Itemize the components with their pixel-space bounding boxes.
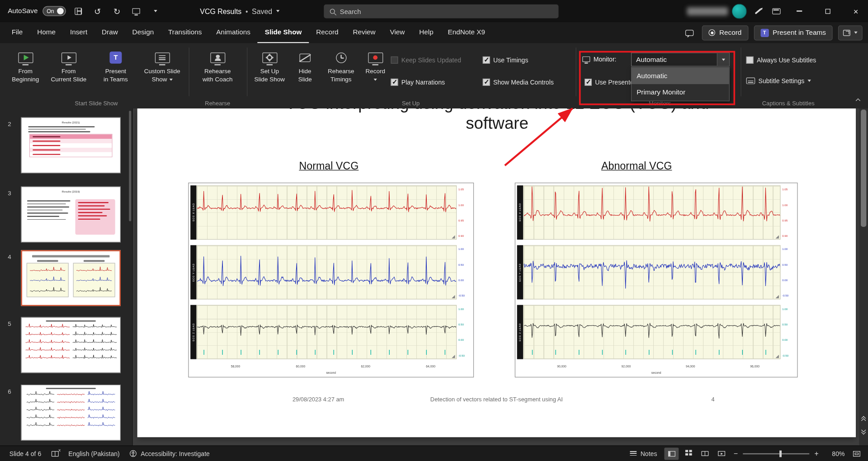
collapse-ribbon-button[interactable] — [854, 98, 863, 104]
footer-title[interactable]: Detection of vectors related to ST-segme… — [137, 396, 856, 403]
dropdown-option-automatic[interactable]: Automatic — [632, 67, 729, 84]
monitor-record-icon — [368, 52, 383, 63]
document-title[interactable]: VCG Results • Saved — [200, 7, 279, 15]
thumbnail-slide-3[interactable]: Results (2019) — [21, 187, 121, 243]
user-avatar[interactable] — [732, 4, 747, 19]
checkbox-icon — [483, 79, 490, 86]
hide-slide-button[interactable]: Hide Slide — [291, 49, 319, 83]
show-media-controls-checkbox[interactable]: Show Media Controls — [483, 79, 554, 86]
vertical-scrollbar[interactable] — [859, 108, 868, 446]
thumbnail-slide-6[interactable] — [21, 385, 121, 441]
menu-tab-view[interactable]: View — [383, 22, 412, 43]
record-button[interactable]: Record — [702, 25, 748, 40]
dropdown-button[interactable] — [717, 53, 729, 66]
menu-tab-transitions[interactable]: Transitions — [161, 22, 209, 43]
menu-tab-insert[interactable]: Insert — [63, 22, 94, 43]
menu-tab-help[interactable]: Help — [412, 22, 440, 43]
minimize-button[interactable] — [787, 0, 811, 22]
monitor-dropdown[interactable]: Automatic — [631, 52, 730, 66]
present-in-teams-ribbon-button[interactable]: T Present in Teams — [94, 49, 137, 83]
menu-tab-review[interactable]: Review — [346, 22, 383, 43]
use-timings-checkbox[interactable]: Use Timings — [483, 56, 528, 64]
comment-icon — [685, 30, 693, 36]
scrollbar-thumb[interactable] — [861, 109, 866, 227]
zoom-in-button[interactable]: + — [811, 447, 821, 460]
always-use-subtitles-checkbox[interactable]: Always Use Subtitles — [746, 56, 816, 64]
channel-label: ECG Z LEAD — [192, 323, 195, 341]
rehearse-with-coach-button[interactable]: Rehearse with Coach — [194, 49, 241, 83]
heading-abnormal-vcg[interactable]: Abnormal VCG — [581, 160, 692, 172]
x-axis-label: second — [190, 371, 472, 376]
user-name-redacted — [687, 7, 728, 15]
comments-button[interactable] — [682, 25, 697, 40]
slide-title[interactable]: software — [276, 114, 719, 133]
quick-access-toolbar-chevron[interactable] — [148, 4, 163, 19]
footer-page-number[interactable]: 4 — [711, 396, 714, 403]
menu-tab-file[interactable]: File — [5, 22, 30, 43]
from-beginning-button[interactable]: From Beginning — [8, 49, 43, 83]
language-button[interactable]: English (Pakistan) — [63, 446, 125, 461]
zoom-slider-thumb[interactable] — [779, 450, 782, 457]
dropdown-option-primary-monitor[interactable]: Primary Monitor — [632, 84, 729, 101]
start-slideshow-quick-button[interactable] — [129, 4, 144, 19]
chevron-down-icon — [374, 79, 377, 81]
accessibility-checker-button[interactable]: Accessibility: Investigate — [125, 446, 215, 461]
notes-button[interactable]: Notes — [625, 450, 662, 457]
undo-button[interactable]: ↺ — [90, 4, 105, 19]
previous-slide-button[interactable] — [859, 412, 868, 424]
menu-tab-home[interactable]: Home — [30, 22, 63, 43]
thumbnail-ecg-grid — [25, 323, 117, 361]
vcg-panel: ECG Z LEAD1.000.500.00-0.50 — [190, 305, 472, 359]
slide-4[interactable]: VCG interpreting using derivation into 1… — [137, 108, 856, 437]
thumbnails-scrollbar[interactable] — [129, 111, 131, 221]
fit-slide-to-window-button[interactable] — [849, 447, 863, 460]
keep-slides-updated-checkbox[interactable]: Keep Slides Updated — [391, 56, 461, 64]
next-slide-button[interactable] — [859, 426, 868, 438]
close-button[interactable]: × — [844, 0, 868, 22]
thumbnail-slide-2[interactable]: Results (2021) — [21, 118, 121, 174]
maximize-button[interactable] — [816, 0, 840, 22]
custom-slide-show-button[interactable]: Custom Slide Show — [140, 49, 185, 83]
abnormal-vcg-chart[interactable]: ECG X LEAD1.051.000.950.90ECG Y LEAD1.00… — [515, 183, 798, 377]
menu-tab-endnote[interactable]: EndNote X9 — [441, 22, 492, 43]
button-label: Custom Slide — [144, 67, 180, 75]
save-button[interactable] — [71, 4, 85, 19]
checkbox-label: Play Narrations — [401, 79, 445, 85]
ribbon-display-options-button[interactable] — [769, 4, 783, 19]
zoom-percentage[interactable]: 80% — [826, 450, 845, 457]
autosave-toggle[interactable]: On — [43, 6, 66, 16]
normal-vcg-chart[interactable]: ECG X LEAD1.051.000.950.90ECG Y LEAD1.00… — [188, 183, 474, 377]
share-button[interactable] — [838, 25, 863, 40]
rehearse-timings-button[interactable]: Rehearse Timings — [321, 49, 361, 83]
menu-tab-slide-show[interactable]: Slide Show — [258, 22, 309, 43]
use-presenter-view-checkbox[interactable]: Use Presenter View — [585, 79, 633, 86]
titlebar: AutoSave On ↺ ↻ VCG Results • Saved Sear… — [0, 0, 868, 22]
record-ribbon-button[interactable]: Record — [362, 49, 389, 83]
menu-tab-design[interactable]: Design — [125, 22, 161, 43]
subtitle-settings-button[interactable]: Subtitle Settings — [746, 77, 811, 84]
view-slide-sorter-button[interactable] — [681, 447, 695, 460]
view-slideshow-button[interactable] — [714, 447, 729, 460]
set-up-slide-show-button[interactable]: Set Up Slide Show — [250, 49, 289, 83]
view-reading-button[interactable] — [698, 447, 712, 460]
heading-normal-vcg[interactable]: Normal VCG — [274, 160, 384, 172]
menu-tab-record[interactable]: Record — [309, 22, 345, 43]
record-button-label: Record — [719, 29, 741, 37]
spelling-check-button[interactable] — [46, 446, 63, 461]
from-current-slide-button[interactable]: From Current Slide — [45, 49, 92, 83]
thumbnail-slide-4-selected[interactable] — [21, 250, 121, 306]
menu-tab-animations[interactable]: Animations — [209, 22, 258, 43]
redo-button[interactable]: ↻ — [110, 4, 124, 19]
inking-pen-button[interactable] — [750, 4, 765, 19]
thumbnail-slide-5[interactable] — [21, 317, 121, 373]
chevron-down-icon — [808, 80, 811, 82]
view-normal-button[interactable] — [664, 447, 679, 460]
search-box[interactable]: Search — [324, 5, 558, 19]
zoom-slider[interactable] — [743, 453, 809, 454]
present-in-teams-button[interactable]: T Present in Teams — [754, 25, 832, 40]
zoom-out-button[interactable]: − — [731, 447, 741, 460]
channel-label: ECG X LEAD — [519, 203, 521, 221]
minimize-icon — [797, 11, 802, 12]
menu-tab-draw[interactable]: Draw — [94, 22, 125, 43]
play-narrations-checkbox[interactable]: Play Narrations — [391, 79, 445, 86]
